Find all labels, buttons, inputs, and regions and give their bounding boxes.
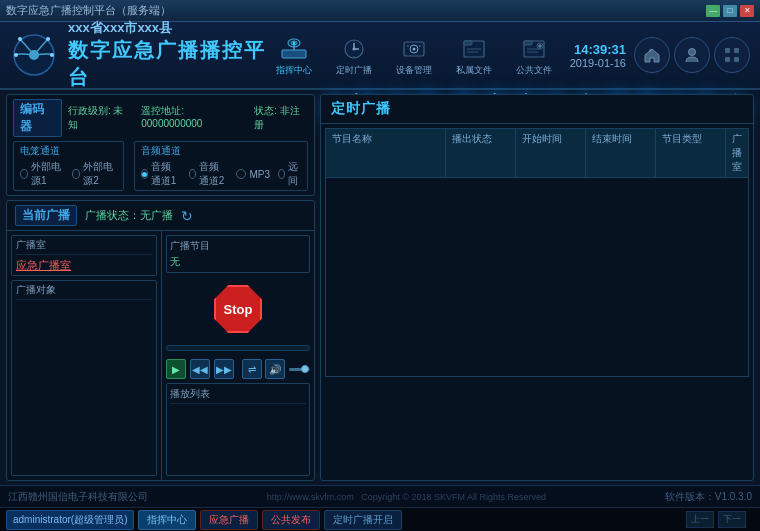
encoder-info: 行政级别: 未知 遥控地址: 00000000000 状态: 非注册 bbox=[68, 104, 308, 132]
grid-button[interactable] bbox=[714, 37, 750, 73]
audio-ch1[interactable]: 音频通道1 bbox=[141, 160, 181, 188]
svg-point-19 bbox=[412, 47, 415, 50]
next-page-btn[interactable]: 下一 bbox=[718, 511, 746, 528]
taskbar-start[interactable]: administrator(超级管理员) bbox=[6, 510, 134, 530]
audio-mp3[interactable]: MP3 bbox=[236, 169, 270, 180]
stop-button[interactable]: Stop bbox=[212, 283, 264, 335]
header-user-icons bbox=[634, 37, 750, 73]
broadcast-vault-section: 广播对象 bbox=[11, 280, 157, 476]
footer-company: 江西赣州国信电子科技有限公司 bbox=[8, 490, 148, 504]
encoder-status: 状态: 非注册 bbox=[254, 104, 308, 132]
volume-icon: 🔊 bbox=[265, 359, 285, 379]
col-type: 节目类型 bbox=[656, 129, 726, 177]
prev-button[interactable]: ◀◀ bbox=[190, 359, 210, 379]
table-header: 节目名称 播出状态 开始时间 结束时间 节目类型 广播室 bbox=[325, 128, 749, 177]
table-body bbox=[325, 177, 749, 377]
nav-label-device: 设备管理 bbox=[396, 64, 432, 77]
close-button[interactable]: ✕ bbox=[740, 5, 754, 17]
public-file-icon bbox=[518, 34, 550, 62]
home-button[interactable] bbox=[634, 37, 670, 73]
nav-item-device[interactable]: 设备管理 bbox=[388, 34, 440, 77]
electric-ch1[interactable]: 外部电源1 bbox=[20, 160, 64, 188]
svg-rect-38 bbox=[734, 57, 739, 62]
header-title: xxx省xxx市xxx县 数字应急广播播控平台 bbox=[68, 19, 268, 91]
radio-dot-2 bbox=[72, 169, 80, 179]
svg-point-2 bbox=[18, 37, 22, 41]
volume-slider[interactable] bbox=[289, 368, 310, 371]
playlist-section: 播放列表 bbox=[166, 383, 310, 476]
schedule-icon bbox=[338, 34, 370, 62]
footer-website: http://www.skvfm.com bbox=[267, 492, 354, 502]
col-end: 结束时间 bbox=[586, 129, 656, 177]
time-display: 14:39:31 bbox=[570, 42, 626, 57]
audio-remote[interactable]: 远间 bbox=[278, 160, 301, 188]
encoder-action-level: 行政级别: 未知 bbox=[68, 104, 131, 132]
play-button[interactable]: ▶ bbox=[166, 359, 186, 379]
taskbar: administrator(超级管理员) 指挥中心 应急广播 公共发布 定时广播… bbox=[0, 507, 760, 531]
taskbar-user: administrator(超级管理员) bbox=[13, 514, 127, 525]
nav-label-public: 公共文件 bbox=[516, 64, 552, 77]
svg-point-3 bbox=[46, 37, 50, 41]
right-panel: 定时广播 节目名称 播出状态 开始时间 结束时间 节目类型 广播室 bbox=[320, 94, 754, 481]
emergency-link[interactable]: 应急广播室 bbox=[16, 258, 152, 273]
broadcast-label: 当前广播 bbox=[15, 205, 77, 226]
minimize-button[interactable]: — bbox=[706, 5, 720, 17]
svg-point-5 bbox=[50, 53, 54, 57]
audio-ch2[interactable]: 音频通道2 bbox=[189, 160, 229, 188]
electric-title: 电笼通道 bbox=[20, 144, 117, 158]
extra-controls: ⇌ 🔊 bbox=[242, 359, 285, 379]
radio-dot-mp3 bbox=[236, 169, 246, 179]
taskbar-emergency[interactable]: 应急广播 bbox=[200, 510, 258, 530]
svg-point-34 bbox=[689, 49, 696, 56]
maximize-button[interactable]: □ bbox=[723, 5, 737, 17]
date-display: 2019-01-16 bbox=[570, 57, 626, 69]
nav-item-public[interactable]: 公共文件 bbox=[508, 34, 560, 77]
program-section: 广播节目 无 bbox=[166, 235, 310, 273]
broadcast-room-section: 广播室 应急广播室 bbox=[11, 235, 157, 276]
playback-controls: ▶ ◀◀ ▶▶ ⇌ 🔊 bbox=[166, 359, 310, 379]
main-content: 编码器 行政级别: 未知 遥控地址: 00000000000 状态: 非注册 电… bbox=[0, 90, 760, 485]
electric-ch2[interactable]: 外部电源2 bbox=[72, 160, 116, 188]
svg-rect-35 bbox=[725, 48, 730, 53]
nav-item-schedule[interactable]: 定时广播 bbox=[328, 34, 380, 77]
svg-rect-33 bbox=[650, 50, 652, 52]
prev-page-btn[interactable]: 上一 bbox=[686, 511, 714, 528]
header: xxx省xxx市xxx县 数字应急广播播控平台 指挥中心 bbox=[0, 22, 760, 90]
program-title: 广播节目 bbox=[170, 239, 306, 253]
audio-title: 音频通道 bbox=[141, 144, 301, 158]
window-controls: — □ ✕ bbox=[706, 5, 754, 17]
nav-label-command: 指挥中心 bbox=[276, 64, 312, 77]
svg-rect-37 bbox=[725, 57, 730, 62]
svg-point-21 bbox=[419, 45, 421, 47]
stop-button-container: Stop bbox=[166, 281, 310, 337]
next-button[interactable]: ▶▶ bbox=[214, 359, 234, 379]
encoder-label: 编码器 bbox=[13, 99, 62, 137]
broadcast-status: 广播状态：无广播 bbox=[85, 208, 173, 223]
left-panel: 编码器 行政级别: 未知 遥控地址: 00000000000 状态: 非注册 电… bbox=[6, 94, 315, 481]
svg-rect-36 bbox=[734, 48, 739, 53]
encoder-section: 编码器 行政级别: 未知 遥控地址: 00000000000 状态: 非注册 电… bbox=[6, 94, 315, 196]
taskbar-schedule-enable[interactable]: 定时广播开启 bbox=[324, 510, 402, 530]
taskbar-public[interactable]: 公共发布 bbox=[262, 510, 320, 530]
stop-octagon: Stop bbox=[214, 285, 262, 333]
scheduled-title: 定时广播 bbox=[331, 100, 391, 118]
scheduled-table: 节目名称 播出状态 开始时间 结束时间 节目类型 广播室 bbox=[321, 124, 753, 480]
encoder-relay-addr: 遥控地址: 00000000000 bbox=[141, 104, 244, 132]
window-title: 数字应急广播控制平台（服务端） bbox=[6, 3, 706, 18]
col-status: 播出状态 bbox=[446, 129, 516, 177]
repeat-button[interactable]: ⇌ bbox=[242, 359, 262, 379]
program-value: 无 bbox=[170, 255, 306, 269]
profile-button[interactable] bbox=[674, 37, 710, 73]
nav-item-command[interactable]: 指挥中心 bbox=[268, 34, 320, 77]
taskbar-command[interactable]: 指挥中心 bbox=[138, 510, 196, 530]
right-header: 定时广播 bbox=[321, 95, 753, 124]
broadcast-body: 广播室 应急广播室 广播对象 广播节目 无 Stop bbox=[7, 231, 314, 480]
nav-label-schedule: 定时广播 bbox=[336, 64, 372, 77]
header-subtitle: xxx省xxx市xxx县 bbox=[68, 19, 268, 37]
header-time: 14:39:31 2019-01-16 bbox=[570, 42, 626, 69]
nav-item-private[interactable]: 私属文件 bbox=[448, 34, 500, 77]
refresh-icon[interactable]: ↻ bbox=[181, 208, 193, 224]
broadcast-header: 当前广播 广播状态：无广播 ↻ bbox=[7, 201, 314, 231]
electric-channels: 电笼通道 外部电源1 外部电源2 bbox=[13, 141, 124, 191]
progress-bar bbox=[166, 345, 310, 351]
